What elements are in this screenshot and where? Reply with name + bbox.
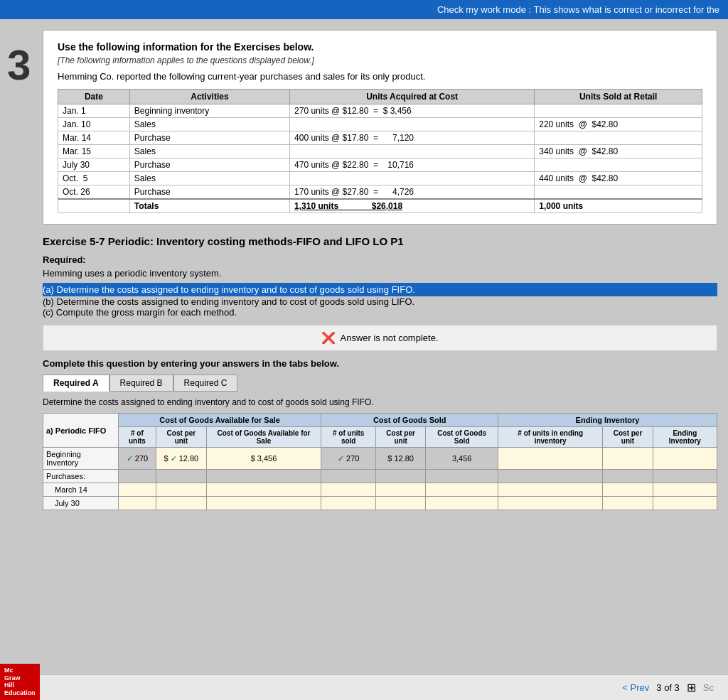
empty-cell xyxy=(426,470,498,483)
row-label-beginning: Beginning Inventory xyxy=(43,448,119,470)
cell-july30-cogs[interactable] xyxy=(426,497,498,510)
cell-activity: Purchase xyxy=(129,158,289,172)
cell-march14-ending-units[interactable] xyxy=(498,483,603,497)
cell-july30-cost[interactable] xyxy=(156,497,206,510)
logo-line1: Mc xyxy=(4,667,36,674)
cell-ending-inv[interactable] xyxy=(653,448,717,470)
cell-activity: Sales xyxy=(129,145,289,158)
cell-march14-cost[interactable] xyxy=(156,483,206,497)
fifo-title: a) Periodic FIFO xyxy=(43,414,119,448)
row-label-march14: March 14 xyxy=(43,483,119,497)
cell-july30-ending-units[interactable] xyxy=(498,497,603,510)
sub-cost-per-unit-ending: Cost per unit xyxy=(603,427,653,448)
cell-march14-cogs[interactable] xyxy=(426,483,498,497)
bottom-nav: Mc Graw Hill Education < Prev 3 of 3 ⊞ S… xyxy=(0,674,728,700)
cell-sold xyxy=(535,104,702,118)
cell-acquired xyxy=(290,118,535,131)
cell-cost-avail[interactable]: $ 3,456 xyxy=(206,448,321,470)
check-icon-sold: ✓ xyxy=(338,454,344,463)
tab-required-b[interactable]: Required B xyxy=(109,375,173,392)
units-value: 270 xyxy=(135,454,148,463)
logo-line2: Graw xyxy=(4,674,36,682)
empty-cell xyxy=(118,470,156,483)
check-icon-cost: ✓ xyxy=(171,454,177,463)
info-box-title: Use the following information for the Ex… xyxy=(58,41,702,53)
sub-cost-of-goods-sold: Cost of Goods Sold xyxy=(426,427,498,448)
cell-july30-cost-sold[interactable] xyxy=(375,497,425,510)
cell-july30-avail[interactable] xyxy=(206,497,321,510)
cell-acquired: 1,310 units $26,018 xyxy=(290,199,535,213)
next-label: Sc xyxy=(703,682,714,693)
cell-march14-ending-cost[interactable] xyxy=(603,483,653,497)
cell-sold: 440 units @ $42.80 xyxy=(535,172,702,185)
cell-units-ending[interactable] xyxy=(498,448,603,470)
cell-acquired: 400 units @ $17.80 = 7,120 xyxy=(290,131,535,145)
table-row-totals: Totals 1,310 units $26,018 1,000 units xyxy=(58,199,702,213)
cell-date: Mar. 14 xyxy=(58,131,130,145)
sub-num-units: # of units xyxy=(118,427,156,448)
cell-march14-units-sold[interactable] xyxy=(321,483,375,497)
fifo-row-july30: July 30 xyxy=(43,497,717,510)
cell-march14-ending-inv[interactable] xyxy=(653,483,717,497)
cell-date: Mar. 15 xyxy=(58,145,130,158)
answer-status-text: Answer is not complete. xyxy=(340,333,438,343)
question-number: 3 xyxy=(0,19,39,687)
complete-question-text: Complete this question by entering your … xyxy=(43,358,717,369)
cell-units-sold: ✓ 270 xyxy=(321,448,375,470)
cell-march14-cost-sold[interactable] xyxy=(375,483,425,497)
prev-label: < Prev xyxy=(622,682,649,693)
required-item-c: (c) Compute the gross margin for each me… xyxy=(43,307,717,318)
cell-sold: 340 units @ $42.80 xyxy=(535,145,702,158)
empty-cell xyxy=(498,470,603,483)
grid-icon[interactable]: ⊞ xyxy=(687,681,696,694)
table-row: July 30 Purchase 470 units @ $22.80 = 10… xyxy=(58,158,702,172)
sub-cost-goods-avail: Cost of Goods Available for Sale xyxy=(206,427,321,448)
tab-required-c[interactable]: Required C xyxy=(173,375,238,392)
sub-ending-inventory-label: Ending Inventory xyxy=(653,427,717,448)
col-date: Date xyxy=(58,90,130,104)
cell-march14-units[interactable] xyxy=(118,483,156,497)
required-description: Hemming uses a periodic inventory system… xyxy=(43,268,717,279)
cost-value: 12.80 xyxy=(179,454,199,463)
empty-cell xyxy=(156,470,206,483)
logo-line4: Education xyxy=(4,689,36,697)
cell-date: Oct. 26 xyxy=(58,185,130,200)
cell-activity: Purchase xyxy=(129,185,289,200)
table-row: Jan. 1 Beginning inventory 270 units @ $… xyxy=(58,104,702,118)
table-row: Oct. 26 Purchase 170 units @ $27.80 = 4,… xyxy=(58,185,702,200)
tab-required-a-label: Required A xyxy=(53,378,99,388)
prev-button[interactable]: < Prev xyxy=(622,682,649,693)
cell-july30-ending-inv[interactable] xyxy=(653,497,717,510)
cost-sold-value: $ 12.80 xyxy=(387,454,414,463)
cell-cost-per-unit[interactable]: $ ✓ 12.80 xyxy=(156,448,206,470)
cogs-value: 3,456 xyxy=(452,454,472,463)
sub-cost-per-unit: Cost per unit xyxy=(156,427,206,448)
info-box-subtitle: [The following information applies to th… xyxy=(58,55,702,65)
required-item-a-text: (a) Determine the costs assigned to endi… xyxy=(43,284,415,295)
empty-cell xyxy=(653,470,717,483)
tab-description: Determine the costs assigned to ending i… xyxy=(43,397,717,407)
cell-sold: 1,000 units xyxy=(535,199,702,213)
row-label-july30: July 30 xyxy=(43,497,119,510)
cell-date: Jan. 1 xyxy=(58,104,130,118)
ending-inventory-header: Ending Inventory xyxy=(498,414,717,427)
cell-july30-units-sold[interactable] xyxy=(321,497,375,510)
cell-sold xyxy=(535,131,702,145)
col-activities: Activities xyxy=(129,90,289,104)
cell-july30-units[interactable] xyxy=(118,497,156,510)
cell-cost-per-unit-ending[interactable] xyxy=(603,448,653,470)
cell-date: Oct. 5 xyxy=(58,172,130,185)
fifo-row-beginning: Beginning Inventory ✓ 270 $ ✓ 12.80 $ xyxy=(43,448,717,470)
cell-acquired: 270 units @ $12.80 = $ 3,456 xyxy=(290,104,535,118)
cell-march14-avail[interactable] xyxy=(206,483,321,497)
cell-july30-ending-cost[interactable] xyxy=(603,497,653,510)
empty-cell xyxy=(603,470,653,483)
answer-status: ❌ Answer is not complete. xyxy=(49,331,711,345)
required-section: Required: Hemming uses a periodic invent… xyxy=(43,254,717,318)
tab-required-a[interactable]: Required A xyxy=(43,375,109,392)
required-label: Required: xyxy=(43,254,717,265)
cell-activity: Totals xyxy=(129,199,289,213)
cell-acquired: 170 units @ $27.80 = 4,726 xyxy=(290,185,535,200)
cell-acquired xyxy=(290,172,535,185)
page-indicator: 3 of 3 xyxy=(656,682,680,693)
